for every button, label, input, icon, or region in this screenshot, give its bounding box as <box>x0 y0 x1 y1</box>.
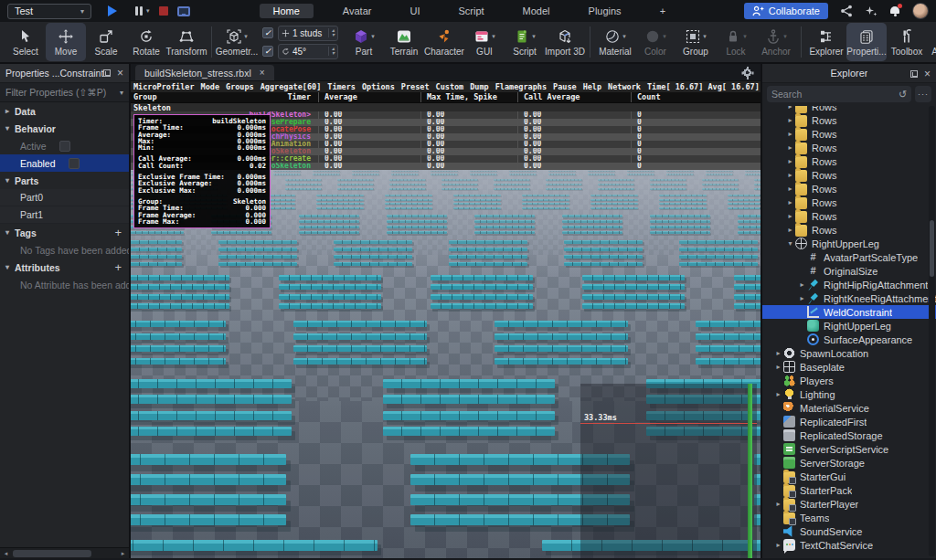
chevron-down-icon[interactable]: ▾ <box>0 263 15 271</box>
stop-button[interactable] <box>159 6 168 16</box>
chevron-right-icon[interactable]: ▸ <box>773 363 783 371</box>
tree-item-rightupperleg[interactable]: ▾RightUpperLeg <box>762 237 936 250</box>
color-button[interactable]: ▾ Color <box>635 23 675 61</box>
collaborate-button[interactable]: Collaborate <box>744 3 828 19</box>
geometry-mode-button[interactable]: ▾ Geometr... <box>217 23 257 61</box>
property-row-active[interactable]: Active <box>0 137 129 154</box>
tree-item-startergui[interactable]: StarterGui <box>762 470 936 483</box>
chevron-down-icon[interactable]: ▾ <box>0 228 15 237</box>
3d-viewport[interactable]: 33.33ms MicroProfilerModeGroupsAggregate… <box>131 81 760 558</box>
close-icon[interactable]: × <box>117 69 123 78</box>
chevron-right-icon[interactable]: ▸ <box>785 226 795 234</box>
tree-item-rows[interactable]: ▸Rows <box>762 113 936 127</box>
profiler-menu-item[interactable]: Timers <box>327 82 356 91</box>
explorer-options-button[interactable]: ··· <box>915 86 931 102</box>
property-row-enabled[interactable]: Enabled <box>0 154 129 172</box>
snap-move-checkbox[interactable]: ✓ <box>262 27 273 38</box>
select-tool-button[interactable]: Select <box>5 23 46 61</box>
chevron-right-icon[interactable]: ▸ <box>773 390 783 398</box>
tree-item-players[interactable]: Players <box>762 374 936 387</box>
tree-item-starterplayer[interactable]: ▸StarterPlayer <box>762 497 936 511</box>
tree-item-materialservice[interactable]: MaterialService <box>762 401 936 415</box>
share-icon[interactable] <box>840 5 853 17</box>
tree-item-rows[interactable]: ▸Rows <box>762 209 936 223</box>
chevron-right-icon[interactable]: ▸ <box>785 130 795 138</box>
chevron-right-icon[interactable]: ▸ <box>0 107 15 115</box>
stepper-arrows[interactable]: ▴▾ <box>328 47 335 56</box>
ribbon-tab-model[interactable]: Model <box>514 4 559 18</box>
search-input[interactable] <box>771 89 895 100</box>
device-emulator-icon[interactable] <box>177 6 190 16</box>
profiler-menu-item[interactable]: Help <box>583 82 601 91</box>
scale-tool-button[interactable]: Scale <box>86 23 126 61</box>
profiler-menu-item[interactable]: Preset <box>401 82 430 91</box>
tree-item-weldconstraint[interactable]: WeldConstraint <box>762 305 936 319</box>
properties-section-tags[interactable]: ▾Tags+ <box>0 224 129 241</box>
profiler-menu-item[interactable]: MicroProfiler <box>133 82 195 91</box>
script-button[interactable]: ▾ Script <box>505 23 545 61</box>
tree-item-serverscriptservice[interactable]: ServerScriptService <box>762 442 936 456</box>
tree-item-starterpack[interactable]: StarterPack <box>762 483 936 497</box>
tree-item-originalsize[interactable]: OriginalSize <box>762 264 936 278</box>
profiler-menu-item[interactable]: Pause <box>553 82 577 91</box>
chevron-right-icon[interactable]: ▸ <box>773 349 783 357</box>
chevron-right-icon[interactable]: ▸ <box>785 198 795 206</box>
rotate-tool-button[interactable]: Rotate <box>126 23 166 61</box>
profiler-menu-item[interactable]: Dump <box>470 82 488 91</box>
ribbon-tab-plugins[interactable]: Plugins <box>580 4 631 18</box>
snap-rotate-stepper[interactable]: 45° ▴▾ <box>278 44 338 59</box>
explorer-toggle-button[interactable]: Explorer <box>806 23 846 61</box>
material-button[interactable]: ▾ Material <box>595 23 635 61</box>
tree-item-baseplate[interactable]: ▸Baseplate <box>762 360 936 374</box>
tree-item-surfaceappearance[interactable]: SurfaceAppearance <box>762 333 936 346</box>
notifications-bell-icon[interactable] <box>889 5 900 17</box>
snap-move-stepper[interactable]: 1 studs ▴▾ <box>278 26 338 41</box>
stepper-arrows[interactable]: ▴▾ <box>328 28 335 37</box>
profiler-menu-item[interactable]: Network <box>608 82 641 91</box>
profiler-menu-item[interactable]: Custom <box>436 82 464 91</box>
anchor-button[interactable]: ▾ Anchor <box>756 23 796 61</box>
tree-item-rows[interactable]: ▸Rows <box>762 168 936 182</box>
checkbox[interactable] <box>69 158 80 169</box>
chevron-right-icon[interactable]: ▸ <box>773 541 783 549</box>
chevron-right-icon[interactable]: ▸ <box>785 212 795 220</box>
properties-section-behavior[interactable]: ▾Behavior <box>0 120 129 137</box>
chevron-right-icon[interactable]: ▸ <box>785 157 795 165</box>
chevron-down-icon[interactable]: ▾ <box>785 239 795 248</box>
property-row-part1[interactable]: Part1 <box>0 206 129 224</box>
character-button[interactable]: Character <box>424 23 464 61</box>
chevron-right-icon[interactable]: ▸ <box>773 500 783 508</box>
filter-properties-input[interactable]: Filter Properties (⇧⌘P) ▾ <box>0 83 129 102</box>
scroll-right-icon[interactable]: ▸ <box>119 550 127 557</box>
gear-icon[interactable] <box>742 68 752 78</box>
ribbon-tab-avatar[interactable]: Avatar <box>334 4 381 18</box>
profiler-menu-item[interactable]: Mode <box>201 82 219 91</box>
tree-item-teams[interactable]: Teams <box>762 511 936 524</box>
add-icon[interactable]: + <box>114 226 122 239</box>
profiler-group-row[interactable]: Skeleton <box>131 102 760 111</box>
user-avatar[interactable] <box>912 3 929 19</box>
ribbon-tab-home[interactable]: Home <box>260 4 314 18</box>
tree-item-avatarpartscaletype[interactable]: AvatarPartScaleType <box>762 250 936 264</box>
tree-item-rows[interactable]: ▸Rows <box>762 182 936 195</box>
tree-item-textchatservice[interactable]: ▸TextChatService <box>762 538 936 552</box>
properties-horizontal-scrollbar[interactable]: ◂ ▸ <box>0 547 129 558</box>
tree-item-replicatedstorage[interactable]: ReplicatedStorage <box>762 428 936 442</box>
transform-tool-button[interactable]: Transform <box>166 23 207 61</box>
chevron-right-icon[interactable]: ▸ <box>785 106 795 111</box>
asset-manager-button[interactable]: Asset... <box>927 23 936 61</box>
tree-item-rows[interactable]: ▸Rows <box>762 195 936 209</box>
tree-item-rightkneerigattachment[interactable]: ▸RightKneeRigAttachment <box>762 291 936 305</box>
test-device-dropdown[interactable]: Test ▾ <box>7 4 91 19</box>
tree-item-rows[interactable]: ▸Rows <box>762 141 936 154</box>
tree-item-righthiprigattachment[interactable]: ▸RightHipRigAttachment <box>762 278 936 291</box>
tree-item-rows[interactable]: ▸Rows <box>762 127 936 141</box>
move-tool-button[interactable]: Move <box>46 23 86 61</box>
property-row-part0[interactable]: Part0 <box>0 189 129 206</box>
chevron-down-icon[interactable]: ▾ <box>0 176 15 185</box>
tree-item-rightupperleg[interactable]: RightUpperLeg <box>762 319 936 333</box>
search-history-icon[interactable]: ↺ <box>899 90 907 100</box>
import-3d-button[interactable]: Import 3D <box>545 23 585 61</box>
properties-toggle-button[interactable]: Properti... <box>846 23 887 61</box>
profiler-menu-item[interactable]: Flamegraphs <box>495 82 547 91</box>
